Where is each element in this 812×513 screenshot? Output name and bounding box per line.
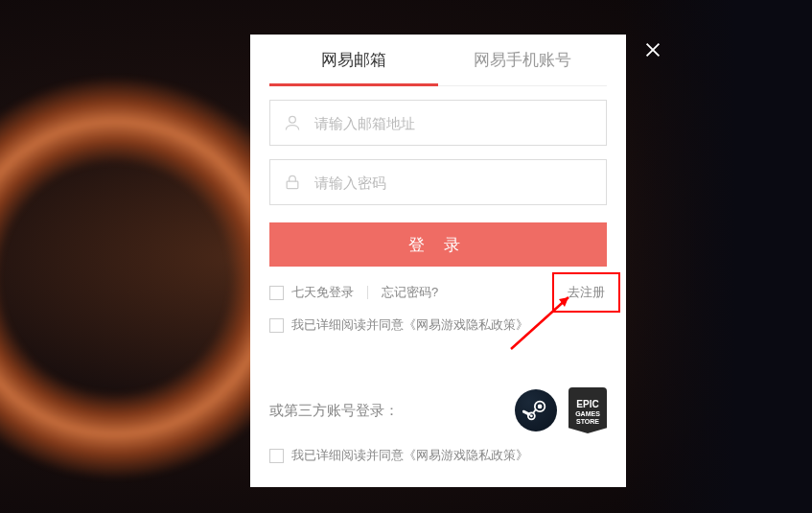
user-icon xyxy=(283,113,302,132)
register-highlight: 去注册 xyxy=(552,272,620,313)
login-panel: 网易邮箱 网易手机账号 登 录 七天免登录 忘记密码? 去注册 xyxy=(250,35,626,487)
password-input-group xyxy=(269,159,607,205)
email-input[interactable] xyxy=(269,100,607,146)
epic-text-2: GAMES xyxy=(575,410,600,418)
epic-login-button[interactable]: EPIC GAMES STORE xyxy=(568,387,607,433)
divider xyxy=(367,286,368,299)
svg-point-5 xyxy=(530,414,533,417)
policy-link-1[interactable]: 《网易游戏隐私政策》 xyxy=(404,316,528,334)
login-tabs: 网易邮箱 网易手机账号 xyxy=(269,35,607,86)
email-input-group xyxy=(269,100,607,146)
forgot-password-link[interactable]: 忘记密码? xyxy=(382,284,438,301)
third-party-label: 或第三方账号登录： xyxy=(269,402,399,420)
login-button[interactable]: 登 录 xyxy=(269,222,607,267)
lock-icon xyxy=(283,173,302,192)
close-icon xyxy=(642,39,663,60)
svg-point-0 xyxy=(290,116,296,123)
background-shadow xyxy=(620,0,812,513)
agree-prefix-2: 我已详细阅读并同意 xyxy=(291,447,404,464)
policy-link-2[interactable]: 《网易游戏隐私政策》 xyxy=(404,447,528,464)
epic-text-3: STORE xyxy=(576,418,599,426)
svg-point-3 xyxy=(538,405,543,409)
register-link[interactable]: 去注册 xyxy=(568,285,605,299)
options-row: 七天免登录 忘记密码? 去注册 xyxy=(269,282,607,303)
remember-checkbox[interactable] xyxy=(269,286,284,300)
agreement-row-1: 我已详细阅读并同意 《网易游戏隐私政策》 xyxy=(269,316,607,334)
third-party-icons: EPIC GAMES STORE xyxy=(515,387,607,433)
third-party-row: 或第三方账号登录： EPIC GAMES STORE xyxy=(269,387,607,433)
agree-checkbox-1[interactable] xyxy=(269,318,284,333)
svg-rect-1 xyxy=(287,181,298,189)
password-input[interactable] xyxy=(269,159,607,205)
agree-prefix-1: 我已详细阅读并同意 xyxy=(291,316,404,334)
epic-text-1: EPIC xyxy=(576,399,598,410)
steam-login-button[interactable] xyxy=(515,389,557,431)
steam-icon xyxy=(522,397,549,424)
tab-email[interactable]: 网易邮箱 xyxy=(269,35,438,85)
remember-label: 七天免登录 xyxy=(291,284,354,301)
agree-checkbox-2[interactable] xyxy=(269,449,284,463)
agreement-row-2: 我已详细阅读并同意 《网易游戏隐私政策》 xyxy=(269,447,607,464)
tab-phone[interactable]: 网易手机账号 xyxy=(438,35,607,85)
close-button[interactable] xyxy=(642,39,663,60)
